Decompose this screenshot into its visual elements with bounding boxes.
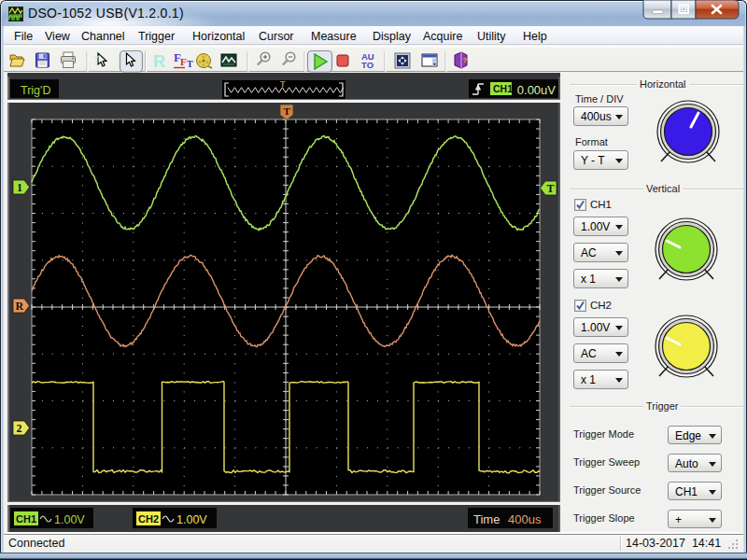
svg-text:TO: TO	[361, 60, 374, 70]
svg-text:T: T	[187, 59, 193, 69]
svg-text:1.00V: 1.00V	[54, 513, 85, 526]
svg-text:R: R	[153, 52, 165, 71]
svg-text:CH1: CH1	[493, 83, 513, 94]
svg-text:T: T	[284, 105, 291, 117]
svg-text:Time: Time	[473, 512, 500, 526]
svg-text:F: F	[180, 56, 187, 67]
svg-text:T: T	[92, 53, 101, 68]
svg-text:2: 2	[17, 422, 22, 435]
svg-text:CH2: CH2	[138, 513, 159, 525]
svg-text:1: 1	[17, 181, 22, 194]
svg-text:?: ?	[463, 56, 468, 64]
svg-text:1.00V: 1.00V	[176, 513, 207, 526]
svg-text:CH1: CH1	[16, 513, 36, 525]
svg-text:R: R	[16, 300, 24, 313]
svg-text:T: T	[547, 182, 555, 195]
svg-text:0.00uV: 0.00uV	[517, 83, 557, 97]
svg-text:400us: 400us	[508, 512, 542, 526]
svg-text:Trig'D: Trig'D	[21, 84, 50, 97]
svg-text:T: T	[280, 79, 286, 89]
